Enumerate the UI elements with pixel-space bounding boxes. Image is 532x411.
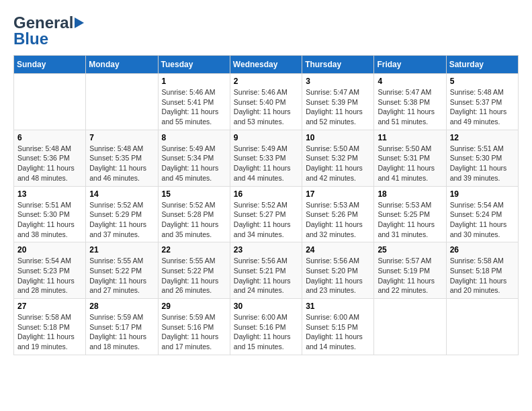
day-info: Sunrise: 5:55 AM Sunset: 5:22 PM Dayligh…: [89, 256, 154, 295]
calendar-cell: [374, 299, 446, 355]
page-header: General Blue: [13, 13, 519, 48]
weekday-header-friday: Friday: [374, 56, 446, 74]
day-number: 21: [89, 245, 154, 255]
calendar-cell: 28Sunrise: 5:59 AM Sunset: 5:17 PM Dayli…: [86, 299, 158, 355]
day-number: 31: [306, 302, 370, 311]
calendar-week-3: 13Sunrise: 5:51 AM Sunset: 5:30 PM Dayli…: [14, 186, 519, 242]
day-info: Sunrise: 5:54 AM Sunset: 5:23 PM Dayligh…: [17, 256, 82, 295]
day-info: Sunrise: 5:56 AM Sunset: 5:20 PM Dayligh…: [306, 256, 370, 295]
calendar-week-4: 20Sunrise: 5:54 AM Sunset: 5:23 PM Dayli…: [14, 242, 519, 299]
calendar-cell: 25Sunrise: 5:57 AM Sunset: 5:19 PM Dayli…: [374, 242, 446, 299]
day-info: Sunrise: 5:54 AM Sunset: 5:24 PM Dayligh…: [450, 200, 515, 240]
calendar-cell: 29Sunrise: 5:59 AM Sunset: 5:16 PM Dayli…: [158, 299, 230, 355]
calendar-cell: 2Sunrise: 5:46 AM Sunset: 5:40 PM Daylig…: [230, 74, 302, 130]
calendar-cell: 7Sunrise: 5:48 AM Sunset: 5:35 PM Daylig…: [86, 130, 158, 186]
day-number: 26: [450, 245, 515, 255]
calendar-cell: 23Sunrise: 5:56 AM Sunset: 5:21 PM Dayli…: [230, 242, 302, 299]
calendar-cell: 21Sunrise: 5:55 AM Sunset: 5:22 PM Dayli…: [86, 242, 158, 299]
day-number: 22: [162, 245, 226, 255]
calendar-cell: 13Sunrise: 5:51 AM Sunset: 5:30 PM Dayli…: [14, 186, 86, 242]
day-info: Sunrise: 5:51 AM Sunset: 5:30 PM Dayligh…: [17, 200, 82, 240]
day-number: 18: [378, 189, 442, 199]
weekday-header-sunday: Sunday: [14, 56, 86, 74]
logo: General Blue: [13, 13, 84, 48]
day-number: 13: [17, 189, 82, 199]
day-number: 4: [378, 77, 442, 86]
calendar-cell: 20Sunrise: 5:54 AM Sunset: 5:23 PM Dayli…: [14, 242, 86, 299]
logo-blue: Blue: [13, 30, 48, 48]
day-info: Sunrise: 5:48 AM Sunset: 5:35 PM Dayligh…: [89, 144, 154, 183]
day-number: 25: [378, 245, 442, 255]
day-info: Sunrise: 5:59 AM Sunset: 5:17 PM Dayligh…: [89, 312, 154, 352]
calendar-cell: 27Sunrise: 5:58 AM Sunset: 5:18 PM Dayli…: [14, 299, 86, 355]
day-number: 7: [89, 133, 154, 142]
day-number: 24: [306, 245, 370, 255]
day-info: Sunrise: 5:55 AM Sunset: 5:22 PM Dayligh…: [162, 256, 226, 295]
weekday-header-wednesday: Wednesday: [230, 56, 302, 74]
calendar-cell: 19Sunrise: 5:54 AM Sunset: 5:24 PM Dayli…: [446, 186, 518, 242]
day-info: Sunrise: 5:53 AM Sunset: 5:25 PM Dayligh…: [378, 200, 442, 240]
day-number: 3: [306, 77, 370, 86]
calendar-cell: 30Sunrise: 6:00 AM Sunset: 5:16 PM Dayli…: [230, 299, 302, 355]
day-number: 30: [234, 302, 298, 311]
calendar-cell: 31Sunrise: 6:00 AM Sunset: 5:15 PM Dayli…: [302, 299, 374, 355]
day-number: 15: [162, 189, 226, 199]
day-number: 10: [306, 133, 370, 142]
day-number: 28: [89, 302, 154, 311]
calendar-header-row: SundayMondayTuesdayWednesdayThursdayFrid…: [14, 56, 519, 74]
day-info: Sunrise: 5:58 AM Sunset: 5:18 PM Dayligh…: [450, 256, 515, 295]
calendar-cell: 14Sunrise: 5:52 AM Sunset: 5:29 PM Dayli…: [86, 186, 158, 242]
day-info: Sunrise: 5:50 AM Sunset: 5:32 PM Dayligh…: [306, 144, 370, 183]
calendar-cell: 3Sunrise: 5:47 AM Sunset: 5:39 PM Daylig…: [302, 74, 374, 130]
calendar-cell: 10Sunrise: 5:50 AM Sunset: 5:32 PM Dayli…: [302, 130, 374, 186]
calendar-cell: 4Sunrise: 5:47 AM Sunset: 5:38 PM Daylig…: [374, 74, 446, 130]
calendar-week-2: 6Sunrise: 5:48 AM Sunset: 5:36 PM Daylig…: [14, 130, 519, 186]
calendar-cell: 22Sunrise: 5:55 AM Sunset: 5:22 PM Dayli…: [158, 242, 230, 299]
logo-arrow-icon: [75, 17, 84, 28]
day-number: 19: [450, 189, 515, 199]
day-info: Sunrise: 5:59 AM Sunset: 5:16 PM Dayligh…: [162, 312, 226, 352]
weekday-header-tuesday: Tuesday: [158, 56, 230, 74]
day-info: Sunrise: 5:48 AM Sunset: 5:37 PM Dayligh…: [450, 87, 515, 127]
day-number: 29: [162, 302, 226, 311]
day-number: 2: [234, 77, 298, 86]
weekday-header-saturday: Saturday: [446, 56, 518, 74]
calendar-cell: [446, 299, 518, 355]
day-number: 9: [234, 133, 298, 142]
weekday-header-monday: Monday: [86, 56, 158, 74]
calendar-cell: 5Sunrise: 5:48 AM Sunset: 5:37 PM Daylig…: [446, 74, 518, 130]
calendar-cell: 17Sunrise: 5:53 AM Sunset: 5:26 PM Dayli…: [302, 186, 374, 242]
day-info: Sunrise: 5:50 AM Sunset: 5:31 PM Dayligh…: [378, 144, 442, 183]
calendar-cell: 24Sunrise: 5:56 AM Sunset: 5:20 PM Dayli…: [302, 242, 374, 299]
day-info: Sunrise: 5:47 AM Sunset: 5:38 PM Dayligh…: [378, 87, 442, 127]
day-number: 27: [17, 302, 82, 311]
calendar-cell: 12Sunrise: 5:51 AM Sunset: 5:30 PM Dayli…: [446, 130, 518, 186]
day-info: Sunrise: 5:49 AM Sunset: 5:34 PM Dayligh…: [162, 144, 226, 183]
day-info: Sunrise: 5:56 AM Sunset: 5:21 PM Dayligh…: [234, 256, 298, 295]
day-info: Sunrise: 5:47 AM Sunset: 5:39 PM Dayligh…: [306, 87, 370, 127]
calendar-cell: 11Sunrise: 5:50 AM Sunset: 5:31 PM Dayli…: [374, 130, 446, 186]
calendar-table: SundayMondayTuesdayWednesdayThursdayFrid…: [13, 55, 519, 355]
day-info: Sunrise: 5:58 AM Sunset: 5:18 PM Dayligh…: [17, 312, 82, 352]
calendar-cell: 1Sunrise: 5:46 AM Sunset: 5:41 PM Daylig…: [158, 74, 230, 130]
calendar-week-5: 27Sunrise: 5:58 AM Sunset: 5:18 PM Dayli…: [14, 299, 519, 355]
day-number: 12: [450, 133, 515, 142]
day-number: 17: [306, 189, 370, 199]
calendar-cell: [86, 74, 158, 130]
day-info: Sunrise: 5:53 AM Sunset: 5:26 PM Dayligh…: [306, 200, 370, 240]
day-number: 6: [17, 133, 82, 142]
day-info: Sunrise: 5:52 AM Sunset: 5:27 PM Dayligh…: [234, 200, 298, 240]
calendar-cell: 26Sunrise: 5:58 AM Sunset: 5:18 PM Dayli…: [446, 242, 518, 299]
day-info: Sunrise: 5:57 AM Sunset: 5:19 PM Dayligh…: [378, 256, 442, 295]
day-number: 16: [234, 189, 298, 199]
day-number: 23: [234, 245, 298, 255]
calendar-cell: 18Sunrise: 5:53 AM Sunset: 5:25 PM Dayli…: [374, 186, 446, 242]
day-info: Sunrise: 5:48 AM Sunset: 5:36 PM Dayligh…: [17, 144, 82, 183]
calendar-cell: 9Sunrise: 5:49 AM Sunset: 5:33 PM Daylig…: [230, 130, 302, 186]
day-number: 11: [378, 133, 442, 142]
day-info: Sunrise: 6:00 AM Sunset: 5:16 PM Dayligh…: [234, 312, 298, 352]
calendar-cell: 6Sunrise: 5:48 AM Sunset: 5:36 PM Daylig…: [14, 130, 86, 186]
calendar-cell: 15Sunrise: 5:52 AM Sunset: 5:28 PM Dayli…: [158, 186, 230, 242]
calendar-cell: 16Sunrise: 5:52 AM Sunset: 5:27 PM Dayli…: [230, 186, 302, 242]
day-number: 20: [17, 245, 82, 255]
